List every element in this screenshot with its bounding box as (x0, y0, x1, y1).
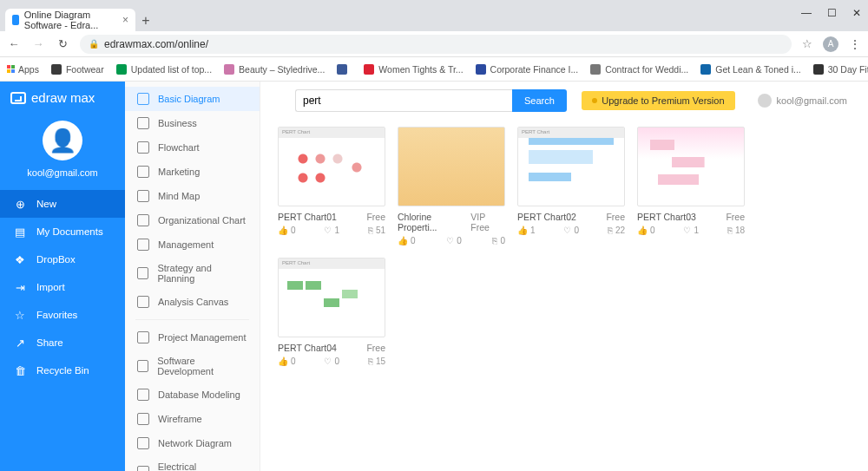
bookmark-star-icon[interactable]: ☆ (802, 37, 812, 50)
category-item[interactable]: Business (125, 111, 260, 135)
category-item[interactable]: Network Diagram (125, 431, 260, 455)
card-badge: Free (366, 343, 385, 353)
copies-count: 18 (735, 226, 745, 235)
category-item[interactable]: Basic Diagram (125, 87, 260, 111)
category-item[interactable]: Wireframe (125, 407, 260, 431)
category-item[interactable]: Strategy and Planning (125, 257, 260, 290)
upgrade-premium-button[interactable]: Upgrade to Premium Version (582, 91, 734, 110)
bookmark-item[interactable]: Women Tights & Tr... (364, 64, 463, 75)
category-item[interactable]: Software Development (125, 350, 260, 383)
brand[interactable]: edraw max (0, 82, 125, 114)
new-tab-button[interactable]: + (135, 10, 156, 31)
template-card[interactable]: PERT Chart03Free👍0♡1⎘18 (637, 127, 745, 245)
stat-copies[interactable]: ⎘22 (608, 226, 625, 235)
nav-dropbox[interactable]: ❖DropBox (0, 245, 125, 273)
category-icon (137, 360, 148, 372)
lock-icon: 🔒 (89, 39, 99, 49)
bookmark-favicon (224, 64, 234, 75)
category-item[interactable]: Mind Map (125, 184, 260, 208)
apps-label: Apps (18, 64, 39, 75)
user-info[interactable]: kool@gmail.com (758, 94, 847, 108)
stat-hearts[interactable]: ♡0 (446, 236, 462, 245)
template-card[interactable]: PERT ChartPERT Chart01Free👍0♡1⎘51 (278, 127, 385, 245)
window-minimize-icon[interactable]: — (801, 7, 812, 19)
forward-button[interactable]: → (31, 37, 45, 50)
stat-hearts[interactable]: ♡1 (683, 226, 699, 235)
category-item[interactable]: Electrical Engineering (125, 455, 260, 471)
browser-tab[interactable]: Online Diagram Software - Edra... × (5, 9, 135, 31)
stat-copies[interactable]: ⎘51 (368, 226, 385, 235)
nav-my-documents[interactable]: ▤My Documents (0, 218, 125, 245)
bookmark-favicon (116, 64, 127, 75)
nav-import[interactable]: ⇥Import (0, 273, 125, 301)
bookmark-item[interactable]: Corporate Finance I... (476, 64, 579, 75)
nav-label: Share (36, 337, 63, 348)
stat-copies[interactable]: ⎘0 (492, 236, 505, 245)
category-icon (137, 413, 149, 425)
stat-likes[interactable]: 👍0 (278, 226, 296, 235)
brand-text: edraw max (31, 90, 95, 105)
category-item[interactable]: Organizational Chart (125, 208, 260, 232)
category-item[interactable]: Management (125, 232, 260, 257)
stat-copies[interactable]: ⎘18 (727, 226, 745, 235)
category-item[interactable]: Flowchart (125, 135, 260, 160)
bookmark-item[interactable]: Contract for Weddi... (590, 64, 688, 75)
likes-count: 1 (530, 226, 536, 235)
reload-button[interactable]: ↻ (56, 37, 69, 50)
nav-label: My Documents (36, 226, 103, 237)
bookmark-item[interactable] (337, 64, 352, 75)
category-item[interactable]: Marketing (125, 160, 260, 184)
back-button[interactable]: ← (7, 37, 21, 50)
search-button[interactable]: Search (512, 89, 567, 112)
nav-favorites[interactable]: ☆Favorites (0, 301, 125, 329)
hearts-icon: ♡ (324, 357, 332, 366)
likes-count: 0 (291, 226, 296, 235)
nav-label: Recycle Bin (36, 365, 89, 376)
bookmark-item[interactable]: Updated list of top... (116, 64, 212, 75)
card-badge: Free (726, 212, 745, 222)
stat-hearts[interactable]: ♡0 (324, 357, 339, 366)
stat-copies[interactable]: ⎘15 (368, 357, 385, 366)
search-group: Search (295, 89, 567, 112)
nav-new[interactable]: ⊕New (0, 190, 125, 218)
category-panel: Basic DiagramBusinessFlowchartMarketingM… (125, 82, 260, 471)
bookmarks-bar: Apps FootwearUpdated list of top...Beaut… (0, 57, 868, 82)
nav-recycle-bin[interactable]: 🗑Recycle Bin (0, 357, 125, 384)
category-icon (137, 466, 149, 471)
browser-menu-icon[interactable]: ⋮ (849, 37, 861, 51)
category-icon (137, 296, 149, 308)
stat-likes[interactable]: 👍1 (517, 226, 536, 235)
card-title: PERT Chart01 (278, 212, 337, 222)
stat-likes[interactable]: 👍0 (637, 226, 655, 235)
category-item[interactable]: Project Management (125, 325, 260, 350)
category-item[interactable]: Database Modeling (125, 383, 260, 407)
profile-chip[interactable]: A (823, 36, 838, 52)
apps-shortcut[interactable]: Apps (7, 64, 39, 75)
tab-close-icon[interactable]: × (122, 14, 128, 26)
window-close-icon[interactable]: ✕ (852, 7, 861, 19)
search-input[interactable] (295, 89, 512, 112)
window-maximize-icon[interactable]: ☐ (827, 7, 837, 19)
avatar[interactable]: 👤 (43, 121, 82, 160)
nav-share[interactable]: ↗Share (0, 329, 125, 357)
bookmark-item[interactable]: Beauty – Styledrive... (224, 64, 325, 75)
bookmark-item[interactable]: 30 Day Fitness Chal... (813, 64, 868, 75)
bookmark-favicon (700, 64, 711, 75)
template-card[interactable]: PERT ChartPERT Chart02Free👍1♡0⎘22 (517, 127, 625, 245)
apps-grid-icon (7, 65, 15, 73)
bookmark-item[interactable]: Get Lean & Toned i... (700, 64, 800, 75)
bookmark-item[interactable]: Footwear (51, 64, 104, 75)
brand-logo-icon (10, 92, 26, 104)
category-icon (137, 141, 149, 154)
category-item[interactable]: Analysis Canvas (125, 290, 260, 314)
category-label: Network Diagram (158, 438, 232, 448)
template-card[interactable]: PERT ChartPERT Chart04Free👍0♡0⎘15 (278, 258, 385, 366)
address-bar[interactable]: 🔒 edrawmax.com/online/ (80, 35, 792, 54)
card-badge: Free (606, 212, 625, 222)
stat-likes[interactable]: 👍0 (278, 357, 296, 366)
stat-likes[interactable]: 👍0 (398, 236, 416, 245)
category-label: Flowchart (158, 142, 200, 153)
stat-hearts[interactable]: ♡0 (563, 226, 579, 235)
template-card[interactable]: Chlorine Properti...VIP Free👍0♡0⎘0 (398, 127, 505, 245)
stat-hearts[interactable]: ♡1 (324, 226, 339, 235)
